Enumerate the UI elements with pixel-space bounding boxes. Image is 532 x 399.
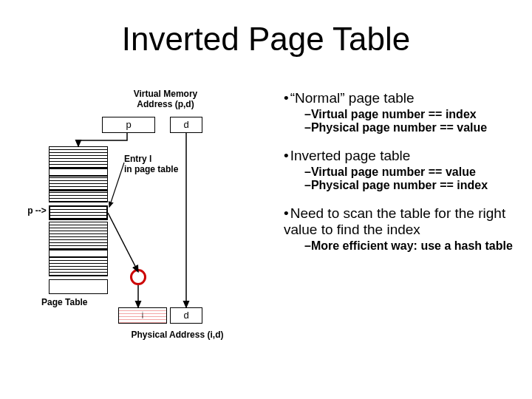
scan-sub1: –More efficient way: use a hash table: [304, 239, 520, 253]
normal-sub1-text: Virtual page number == index: [311, 108, 477, 120]
inverted-heading: •Inverted page table: [284, 148, 520, 164]
inverted-sub1: –Virtual page number == value: [304, 166, 520, 179]
slide-title: Inverted Page Table: [0, 21, 532, 58]
normal-sub2: –Physical page number == value: [304, 121, 520, 134]
scan-heading: •Need to scan the table for the right va…: [284, 205, 520, 238]
inverted-page-table-diagram: Virtual Memory Address (p,d) p d Entry l…: [38, 89, 282, 355]
normal-heading-text: “Normal” page table: [290, 90, 415, 106]
inverted-heading-text: Inverted page table: [290, 148, 411, 163]
diagram-arrows: [38, 89, 282, 355]
inverted-sub2-text: Physical page number == index: [311, 179, 488, 191]
scan-heading-text: Need to scan the table for the right val…: [284, 205, 505, 237]
inverted-sub2: –Physical page number == index: [304, 179, 520, 192]
normal-sub1: –Virtual page number == index: [304, 108, 520, 121]
scan-sub1-text: More efficient way: use a hash table: [311, 239, 513, 252]
inverted-sub1-text: Virtual page number == value: [311, 166, 476, 178]
normal-heading: •“Normal” page table: [284, 90, 520, 106]
normal-sub2-text: Physical page number == value: [311, 121, 487, 134]
bullet-content: •“Normal” page table –Virtual page numbe…: [284, 90, 520, 253]
